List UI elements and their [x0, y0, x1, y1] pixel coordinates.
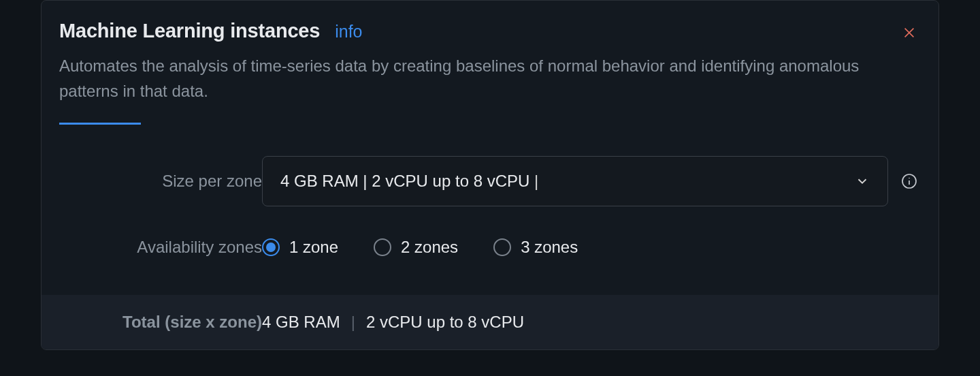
chevron-down-icon — [855, 174, 870, 189]
radio-icon — [374, 238, 391, 256]
panel-title: Machine Learning instances — [59, 20, 320, 42]
panel-header: Machine Learning instances info Automate… — [42, 1, 938, 125]
total-ram: 4 GB RAM — [262, 313, 340, 332]
size-per-zone-label: Size per zone — [59, 172, 262, 191]
svg-point-2 — [909, 178, 910, 179]
total-control: 4 GB RAM | 2 vCPU up to 8 vCPU — [262, 313, 921, 332]
size-per-zone-select[interactable]: 4 GB RAM | 2 vCPU up to 8 vCPU | — [262, 156, 888, 206]
panel-description: Automates the analysis of time-series da… — [59, 53, 917, 104]
radio-3-zones[interactable]: 3 zones — [493, 238, 578, 257]
radio-1-zone[interactable]: 1 zone — [262, 238, 338, 257]
radio-2-zones[interactable]: 2 zones — [374, 238, 458, 257]
close-icon — [902, 25, 917, 40]
radio-icon — [262, 238, 280, 256]
tab-indicator — [59, 123, 141, 125]
close-button[interactable] — [900, 24, 918, 42]
form-section: Size per zone 4 GB RAM | 2 vCPU up to 8 … — [42, 125, 938, 295]
text-caret: | — [534, 172, 538, 190]
availability-zones-radio-group: 1 zone 2 zones 3 zones — [262, 238, 578, 257]
availability-zones-control: 1 zone 2 zones 3 zones — [262, 238, 921, 257]
info-link[interactable]: info — [335, 22, 362, 42]
total-row: Total (size x zone) 4 GB RAM | 2 vCPU up… — [42, 295, 938, 349]
divider-icon: | — [351, 313, 355, 332]
total-value: 4 GB RAM | 2 vCPU up to 8 vCPU — [262, 313, 524, 332]
total-cpu: 2 vCPU up to 8 vCPU — [366, 313, 524, 332]
radio-label: 1 zone — [289, 238, 338, 257]
radio-dot-icon — [266, 242, 276, 252]
radio-icon — [493, 238, 511, 256]
size-per-zone-control: 4 GB RAM | 2 vCPU up to 8 vCPU | — [262, 156, 921, 206]
radio-label: 3 zones — [521, 238, 578, 257]
total-label: Total (size x zone) — [59, 313, 262, 332]
availability-zones-row: Availability zones 1 zone 2 zones — [59, 238, 921, 257]
size-per-zone-value: 4 GB RAM | 2 vCPU up to 8 vCPU | — [280, 172, 538, 191]
size-per-zone-row: Size per zone 4 GB RAM | 2 vCPU up to 8 … — [59, 156, 921, 206]
ml-instances-panel: Machine Learning instances info Automate… — [41, 0, 939, 350]
size-info-button[interactable] — [900, 172, 918, 190]
availability-zones-label: Availability zones — [59, 238, 262, 257]
info-icon — [901, 173, 917, 189]
radio-label: 2 zones — [401, 238, 458, 257]
title-row: Machine Learning instances info — [59, 20, 921, 42]
